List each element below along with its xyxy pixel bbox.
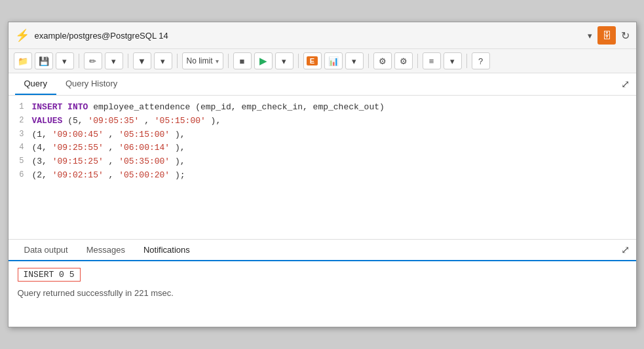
editor-expand-icon[interactable]: ⤢ [621, 78, 630, 90]
code-text-4a: (4, [32, 143, 52, 153]
tab-query-history[interactable]: Query History [56, 73, 126, 95]
separator-2 [128, 54, 128, 68]
filter-button[interactable]: ▼ [133, 52, 151, 69]
code-text-3c: ), [175, 130, 185, 139]
explain-button[interactable]: E [303, 52, 322, 69]
code-text-3a: (1, [32, 130, 52, 139]
db1-button[interactable]: ⚙ [373, 52, 392, 69]
tab-query[interactable]: Query [15, 73, 56, 95]
db2-button[interactable]: ⚙ [394, 52, 413, 69]
code-text-2c: ), [211, 116, 221, 126]
tab-data-output[interactable]: Data output [15, 240, 77, 261]
code-text-5b: , [109, 156, 119, 166]
list-chevron[interactable]: ▾ [444, 52, 462, 69]
str-4a: '09:25:55' [52, 143, 104, 153]
toolbar: 📁 💾 ▾ ✏ ▾ ▼ ▾ No limit ▾ ■ ▶ ▾ E 📊 ▾ ⚙ ⚙… [9, 49, 636, 73]
line-num-3: 3 [9, 128, 32, 142]
separator-3 [177, 54, 178, 68]
code-text-6b: , [109, 170, 119, 180]
limit-label: No limit [187, 56, 213, 65]
line-content-4: (4, '09:25:55' , '06:00:14' ), [32, 141, 185, 155]
connection-dropdown[interactable]: ▾ [588, 31, 592, 41]
output-area: INSERT 0 5 Query returned successfully i… [9, 261, 636, 327]
code-text-2b: , [144, 116, 155, 126]
connection-icon: ⚡ [15, 28, 29, 43]
separator-4 [228, 54, 229, 68]
code-text-6a: (2, [32, 170, 52, 180]
tab-messages[interactable]: Messages [77, 240, 134, 261]
line-content-6: (2, '09:02:15' , '05:00:20' ); [32, 169, 185, 183]
code-line-5: 5 (3, '09:15:25' , '05:35:00' ), [9, 155, 636, 169]
code-text-6c: ); [175, 170, 185, 180]
code-text-4b: , [109, 143, 119, 153]
code-line-2: 2 VALUES (5, '09:05:35' , '05:15:00' ), [9, 115, 636, 128]
refresh-icon[interactable]: ↻ [621, 29, 630, 42]
play-chevron[interactable]: ▾ [275, 52, 294, 69]
str-2a: '09:05:35' [88, 116, 139, 126]
help-button[interactable]: ? [472, 52, 490, 69]
main-window: ⚡ example/postgres@PostgreSQL 14 ▾ 🗄 ↻ 📁… [8, 22, 637, 327]
line-content-1: INSERT INTO employee_attendence (emp_id,… [32, 101, 385, 115]
open-button[interactable]: 📁 [14, 52, 32, 69]
results-tabs: Data output Messages Notifications ⤢ [9, 240, 636, 261]
code-text-5a: (3, [32, 156, 52, 166]
list-button[interactable]: ≡ [423, 52, 441, 69]
code-line-6: 6 (2, '09:02:15' , '05:00:20' ); [9, 169, 636, 183]
db-icon: 🗄 [597, 26, 616, 45]
separator-1 [79, 54, 79, 68]
code-text-3b: , [109, 130, 119, 139]
save-button[interactable]: 💾 [35, 52, 53, 69]
line-num-2: 2 [9, 115, 32, 128]
separator-6 [368, 54, 369, 68]
line-num-1: 1 [9, 101, 32, 115]
code-line-3: 3 (1, '09:00:45' , '05:15:00' ), [9, 128, 636, 142]
filter-chevron[interactable]: ▾ [154, 52, 172, 69]
str-2b: '05:15:00' [155, 116, 206, 126]
str-5a: '09:15:25' [52, 156, 104, 166]
code-text-1: employee_attendence (emp_id, emp_check_i… [93, 102, 385, 112]
chart-chevron[interactable]: ▾ [345, 52, 364, 69]
stop-button[interactable]: ■ [233, 52, 252, 69]
line-num-4: 4 [9, 141, 32, 155]
edit-button[interactable]: ✏ [84, 52, 102, 69]
separator-8 [466, 54, 467, 68]
line-content-3: (1, '09:00:45' , '05:15:00' ), [32, 128, 185, 142]
line-num-5: 5 [9, 155, 32, 169]
play-button[interactable]: ▶ [254, 52, 273, 69]
code-text-5c: ), [175, 156, 185, 166]
str-5b: '05:35:00' [119, 156, 170, 166]
line-content-5: (3, '09:15:25' , '05:35:00' ), [32, 155, 185, 169]
str-6b: '05:00:20' [119, 170, 170, 180]
explain-badge: E [307, 56, 318, 65]
limit-dropdown[interactable]: No limit ▾ [182, 52, 223, 69]
code-editor[interactable]: 1 INSERT INTO employee_attendence (emp_i… [9, 96, 636, 240]
code-text-2a: (5, [67, 116, 88, 126]
connection-bar: ⚡ example/postgres@PostgreSQL 14 ▾ 🗄 ↻ [9, 22, 636, 49]
separator-7 [417, 54, 418, 68]
code-line-4: 4 (4, '09:25:55' , '06:00:14' ), [9, 141, 636, 155]
str-6a: '09:02:15' [52, 170, 104, 180]
kw-values: VALUES [32, 116, 63, 126]
results-expand-icon[interactable]: ⤢ [621, 244, 630, 256]
str-3b: '05:15:00' [119, 130, 170, 139]
limit-chevron: ▾ [216, 58, 219, 65]
output-badge: INSERT 0 5 [18, 268, 81, 282]
str-4b: '06:00:14' [119, 143, 170, 153]
kw-insert: INSERT INTO [32, 102, 88, 112]
tab-notifications[interactable]: Notifications [134, 240, 199, 261]
connection-name: example/postgres@PostgreSQL 14 [35, 31, 582, 41]
code-line-1: 1 INSERT INTO employee_attendence (emp_i… [9, 101, 636, 115]
line-content-2: VALUES (5, '09:05:35' , '05:15:00' ), [32, 115, 221, 128]
output-status: Query returned successfully in 221 msec. [18, 288, 627, 298]
chart-button[interactable]: 📊 [324, 52, 343, 69]
save-chevron[interactable]: ▾ [56, 52, 74, 69]
code-text-4c: ), [175, 143, 185, 153]
line-num-6: 6 [9, 169, 32, 183]
edit-chevron[interactable]: ▾ [105, 52, 123, 69]
editor-tabs: Query Query History ⤢ [9, 73, 636, 96]
separator-5 [298, 54, 299, 68]
str-3a: '09:00:45' [52, 130, 104, 139]
